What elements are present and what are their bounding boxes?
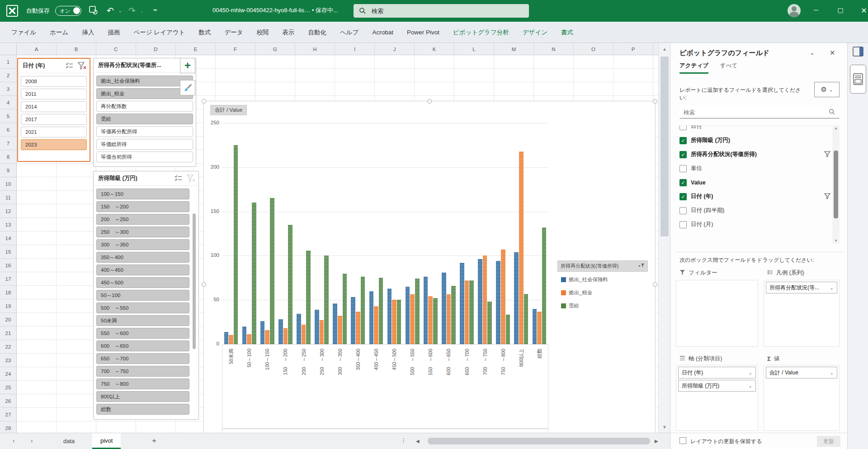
column-header-J[interactable]: J (375, 43, 415, 55)
field-list-scrollbar[interactable]: ▲ ▼ (832, 125, 840, 244)
autosave-toggle[interactable]: オン (55, 6, 81, 16)
column-header-P[interactable]: P (613, 43, 653, 55)
checked-checkbox-icon[interactable]: ✓ (679, 193, 687, 200)
field-pill-合計 / Value[interactable]: 合計 / Value⌄ (766, 367, 837, 378)
field-pill-所得再分配状況(等...[interactable]: 所得再分配状況(等...⌄ (766, 282, 837, 293)
slicer-item-750 ～800[interactable]: 750 ～800 (96, 378, 189, 389)
selection-handle-3[interactable] (202, 282, 206, 287)
row-header-25[interactable]: 25 (0, 381, 16, 394)
field-pill-日付 (年)[interactable]: 日付 (年)⌄ (678, 367, 756, 378)
bar-拠出_税金-650 ～700[interactable] (465, 280, 469, 344)
field-item-所得再分配状況(等価所得)[interactable]: ✓所得再分配状況(等価所得) (679, 147, 830, 161)
slicer-item-550 ～600[interactable]: 550 ～600 (96, 328, 189, 339)
slicer-item-等価当初所得[interactable]: 等価当初所得 (96, 151, 193, 162)
column-header-G[interactable]: G (255, 43, 295, 55)
pane-close-icon[interactable]: ✕ (830, 49, 835, 57)
row-header-1[interactable]: 1 (0, 55, 16, 69)
row-header-28[interactable]: 28 (0, 421, 16, 433)
bar-拠出_社会保険料-200 ～250[interactable] (297, 314, 301, 344)
slicer-item-300 ～350[interactable]: 300 ～350 (96, 239, 189, 250)
row-header-8[interactable]: 8 (0, 150, 16, 164)
selection-handle-0[interactable] (202, 99, 206, 104)
bar-受給-750 ～800[interactable] (506, 315, 510, 344)
pill-dropdown-icon[interactable]: ⌄ (830, 370, 834, 375)
close-button[interactable]: ✕ (857, 6, 868, 15)
field-item-単位[interactable]: 単位 (679, 161, 830, 175)
bar-拠出_税金-800以上[interactable] (519, 151, 524, 344)
pill-dropdown-icon[interactable]: ⌄ (749, 383, 752, 388)
ribbon-tab-校閲[interactable]: 校閲 (250, 28, 276, 37)
row-header-13[interactable]: 13 (0, 218, 16, 232)
row-header-15[interactable]: 15 (0, 245, 16, 259)
quick-access-chevron-icon[interactable]: ≂ (153, 7, 157, 13)
pill-dropdown-icon[interactable]: ⌄ (830, 285, 834, 290)
bar-拠出_税金-50未満[interactable] (229, 335, 233, 344)
slicer-item-50～100[interactable]: 50～100 (96, 290, 189, 301)
row-header-18[interactable]: 18 (0, 286, 16, 299)
field-item-日付 (四半期)[interactable]: 日付 (四半期) (679, 203, 830, 217)
slicer-item-2023[interactable]: 2023 (21, 139, 87, 150)
bar-拠出_税金-50～100[interactable] (247, 334, 251, 344)
unchecked-checkbox-icon[interactable] (679, 165, 687, 172)
ribbon-tab-描画[interactable]: 描画 (101, 28, 127, 37)
slicer-item-50未満[interactable]: 50未満 (96, 315, 189, 326)
horizontal-scrollbar-thumb[interactable] (428, 438, 650, 444)
row-header-24[interactable]: 24 (0, 367, 16, 381)
column-header-K[interactable]: K (415, 43, 454, 55)
bar-受給-50未満[interactable] (234, 145, 238, 344)
bar-拠出_税金-450～500[interactable] (392, 300, 396, 344)
column-header-L[interactable]: L (454, 43, 494, 55)
scrollbar-thumb[interactable] (660, 57, 669, 236)
bar-受給-550 ～600[interactable] (433, 298, 438, 344)
ribbon-tab-挿入[interactable]: 挿入 (75, 28, 101, 37)
bar-拠出_税金-750 ～800[interactable] (501, 250, 505, 344)
bar-拠出_社会保険料-450～500[interactable] (387, 288, 392, 344)
grid-vertical-scrollbar[interactable]: ▲ ▼ (658, 43, 670, 433)
checked-checkbox-icon[interactable]: ✓ (679, 179, 687, 186)
legend-item-受給[interactable]: 受給 (561, 302, 579, 309)
bar-拠出_税金-600 ～650[interactable] (447, 294, 451, 344)
ribbon-tab-Power Pivot[interactable]: Power Pivot (400, 29, 446, 36)
ribbon-tab-ページ レイアウト[interactable]: ページ レイアウト (127, 28, 192, 37)
bar-拠出_社会保険料-100～150[interactable] (260, 321, 265, 344)
row-header-14[interactable]: 14 (0, 232, 16, 245)
bar-拠出_社会保険料-250 ～300[interactable] (315, 310, 319, 344)
multi-select-icon[interactable] (173, 174, 184, 183)
bar-受給-50～100[interactable] (252, 203, 256, 344)
ribbon-tab-ホーム[interactable]: ホーム (43, 28, 75, 37)
checked-checkbox-icon[interactable]: ✓ (679, 151, 687, 158)
add-sheet-button[interactable]: + (152, 436, 156, 445)
row-header-2[interactable]: 2 (0, 69, 16, 82)
column-header-F[interactable]: F (216, 43, 255, 55)
slicer-item-650 ～700[interactable]: 650 ～700 (96, 353, 189, 364)
slicer-item-500 ～550[interactable]: 500 ～550 (96, 302, 189, 313)
selection-handle-1[interactable] (427, 99, 432, 104)
slicer-item-等価再分配所得[interactable]: 等価再分配所得 (96, 126, 193, 137)
bar-受給-600 ～650[interactable] (451, 286, 456, 344)
add-chart-element-button[interactable]: + (180, 58, 195, 73)
slicer-item-2011[interactable]: 2011 (21, 89, 87, 99)
bar-受給-総数[interactable] (542, 227, 547, 344)
update-button[interactable]: 更新 (817, 436, 840, 447)
sheet-nav-right-icon[interactable]: › (31, 437, 33, 444)
slicer-item-2008[interactable]: 2008 (21, 76, 87, 87)
slicer-item-受給[interactable]: 受給 (96, 113, 193, 124)
bar-受給-350～400[interactable] (361, 277, 365, 344)
bar-拠出_社会保険料-350～400[interactable] (351, 297, 355, 344)
sheet-tab-data[interactable]: data (55, 433, 83, 449)
column-header-D[interactable]: D (136, 43, 176, 55)
slicer-item-250 ～300[interactable]: 250 ～300 (96, 227, 189, 237)
restore-button[interactable]: ▢ (834, 6, 847, 14)
bar-拠出_税金-700 ～750[interactable] (483, 255, 487, 344)
slicer-item-2017[interactable]: 2017 (21, 114, 87, 125)
unchecked-checkbox-icon[interactable] (679, 221, 687, 228)
undo-chevron-icon[interactable]: ⌄ (118, 9, 122, 13)
column-header-C[interactable]: C (96, 43, 136, 55)
checked-checkbox-icon[interactable]: ✓ (679, 137, 687, 144)
ribbon-tab-Acrobat[interactable]: Acrobat (365, 29, 400, 36)
slicer-item-600 ～650[interactable]: 600 ～650 (96, 340, 189, 351)
slicer-item-150 ～200[interactable]: 150 ～200 (96, 201, 189, 212)
bar-拠出_社会保険料-600 ～650[interactable] (442, 273, 446, 344)
hscroll-right-icon[interactable]: ▶ (655, 439, 658, 444)
slicer-item-350～400[interactable]: 350～400 (96, 252, 189, 263)
